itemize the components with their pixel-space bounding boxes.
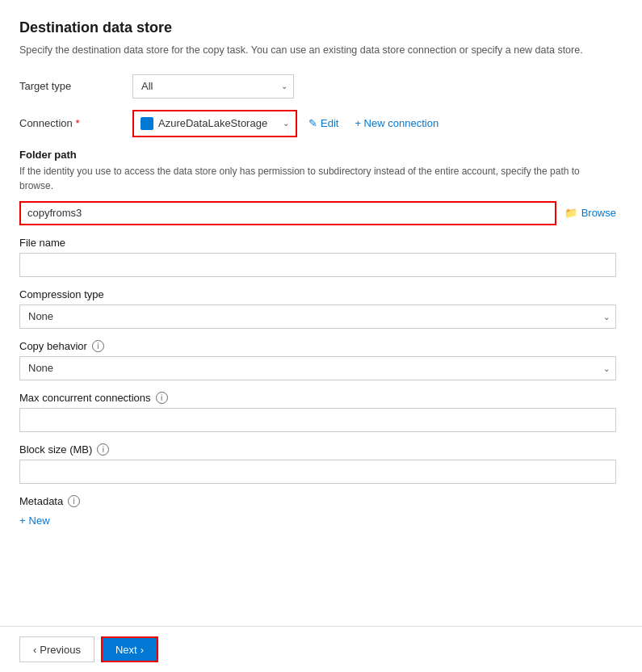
compression-type-section: Compression type None ⌄ — [19, 288, 616, 329]
connection-display[interactable]: AzureDataLakeStorage ⌄ — [134, 111, 296, 136]
folder-icon: 📁 — [564, 207, 577, 219]
previous-arrow-icon: ‹ — [33, 644, 36, 656]
folder-path-section: Folder path If the identity you use to a… — [19, 149, 616, 225]
folder-path-input-row: 📁 Browse — [19, 201, 616, 225]
target-type-control: All ⌄ — [132, 74, 616, 99]
connection-row: Connection * AzureDataLakeStorage ⌄ ✎ Ed… — [19, 110, 616, 137]
copy-behavior-info-icon[interactable]: i — [92, 340, 104, 352]
folder-path-input[interactable] — [19, 201, 556, 225]
new-connection-button[interactable]: + New connection — [350, 114, 443, 132]
connection-label: Connection * — [19, 117, 132, 129]
connection-value: AzureDataLakeStorage — [158, 117, 267, 129]
metadata-info-icon[interactable]: i — [68, 495, 80, 507]
max-concurrent-connections-label: Max concurrent connections i — [19, 392, 616, 404]
file-name-input[interactable] — [19, 253, 616, 277]
file-name-section: File name — [19, 237, 616, 277]
connection-required: * — [73, 117, 80, 129]
edit-connection-button[interactable]: ✎ Edit — [304, 114, 343, 132]
metadata-label: Metadata i — [19, 495, 616, 507]
connection-select-wrapper[interactable]: AzureDataLakeStorage ⌄ — [132, 110, 297, 137]
azure-storage-icon — [141, 117, 153, 130]
compression-type-select[interactable]: None — [19, 304, 616, 329]
file-name-label: File name — [19, 237, 616, 249]
copy-behavior-select[interactable]: None — [19, 356, 616, 380]
block-size-input[interactable] — [19, 460, 616, 484]
connection-chevron-icon: ⌄ — [283, 119, 289, 128]
previous-button[interactable]: ‹ Previous — [19, 636, 94, 662]
metadata-new-button[interactable]: + New — [19, 511, 50, 530]
footer: ‹ Previous Next › — [0, 626, 642, 672]
max-concurrent-connections-section: Max concurrent connections i — [19, 392, 616, 432]
compression-type-dropdown-wrapper: None ⌄ — [19, 304, 616, 329]
copy-behavior-section: Copy behavior i None ⌄ — [19, 340, 616, 380]
page-container: Destination data store Specify the desti… — [0, 0, 642, 672]
folder-path-label: Folder path — [19, 149, 616, 161]
copy-behavior-dropdown-wrapper: None ⌄ — [19, 356, 616, 380]
compression-type-label: Compression type — [19, 288, 616, 300]
target-type-select[interactable]: All — [132, 74, 294, 99]
plus-icon: + New connection — [355, 117, 438, 129]
copy-behavior-label: Copy behavior i — [19, 340, 616, 352]
block-size-info-icon[interactable]: i — [97, 443, 109, 456]
main-content: Destination data store Specify the desti… — [0, 0, 642, 626]
target-type-row: Target type All ⌄ — [19, 74, 616, 99]
browse-button[interactable]: 📁 Browse — [564, 207, 616, 219]
next-arrow-icon: › — [141, 644, 144, 656]
connection-control: AzureDataLakeStorage ⌄ ✎ Edit + New conn… — [132, 110, 616, 137]
block-size-label: Block size (MB) i — [19, 443, 616, 456]
page-title: Destination data store — [19, 19, 616, 36]
connection-row-inner: AzureDataLakeStorage ⌄ ✎ Edit + New conn… — [132, 110, 616, 137]
metadata-plus-icon: + — [19, 514, 26, 527]
max-concurrent-connections-info-icon[interactable]: i — [156, 392, 168, 404]
target-type-label: Target type — [19, 80, 132, 92]
block-size-section: Block size (MB) i — [19, 443, 616, 484]
pencil-icon: ✎ — [308, 117, 317, 129]
next-button[interactable]: Next › — [101, 636, 158, 662]
folder-path-description: If the identity you use to access the da… — [19, 164, 616, 193]
target-type-select-wrapper: All ⌄ — [132, 74, 294, 99]
max-concurrent-connections-input[interactable] — [19, 408, 616, 432]
metadata-section: Metadata i + New — [19, 495, 616, 530]
page-description: Specify the destination data store for t… — [19, 43, 616, 58]
